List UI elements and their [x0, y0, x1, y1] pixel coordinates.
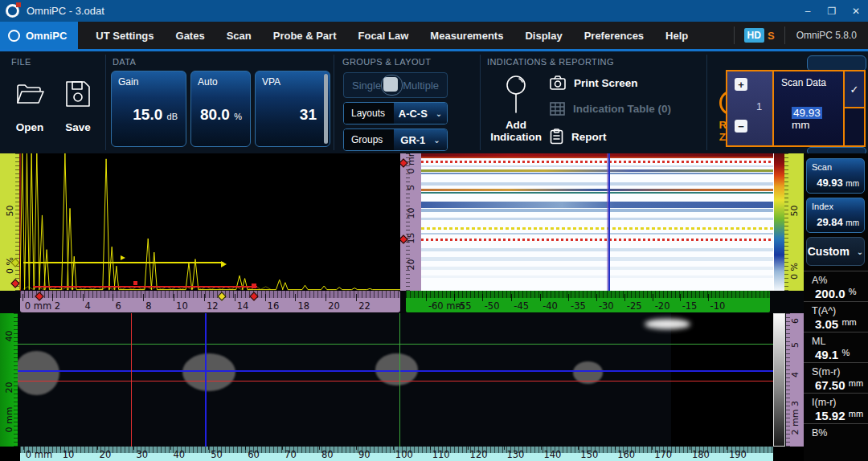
section-header-data: DATA	[113, 57, 136, 67]
layouts-select[interactable]: Layouts A-C-S⌄	[343, 102, 448, 124]
hd-badge: HD	[744, 28, 764, 43]
cscan-highlight	[645, 319, 690, 329]
index-position-card[interactable]: Index 29.84 mm	[806, 198, 865, 233]
chevron-down-icon: ⌄	[436, 109, 442, 118]
camera-icon	[550, 75, 566, 90]
minimize-button[interactable]: –	[796, 0, 820, 22]
ruler-tick-label: 20	[326, 300, 340, 312]
menu-item[interactable]: Help	[665, 30, 688, 42]
menu-item[interactable]: Gates	[176, 30, 205, 42]
measurement-reading[interactable]: S(m-r) 67.50 mm	[804, 362, 868, 393]
scan-cursor-line[interactable]	[608, 153, 610, 291]
ruler-tick-label: 150	[578, 449, 598, 460]
ruler-tick-label: 6	[790, 318, 800, 324]
ruler-tick-label: -30	[596, 300, 614, 312]
bscan-streak	[421, 161, 773, 163]
measurement-reading[interactable]: ML 49.1 %	[804, 332, 868, 362]
add-indication-button[interactable]: Add Indication	[485, 119, 547, 143]
popup-count: 1	[756, 100, 762, 112]
ruler-tick-label: -50	[482, 300, 500, 312]
ruler-tick-label: 130	[504, 449, 524, 460]
toggle-knob[interactable]	[383, 77, 398, 92]
ascan-amplitude-ruler: 500 %	[0, 153, 19, 291]
save-button[interactable]: Save	[59, 121, 96, 133]
indication-table-button[interactable]: Indication Table (0)	[550, 102, 671, 116]
popup-unit: mm	[792, 119, 810, 131]
menu-item[interactable]: Preferences	[584, 30, 644, 42]
gate-a-line[interactable]	[23, 262, 223, 263]
divider	[480, 55, 481, 150]
scan-cursor-green[interactable]	[399, 313, 400, 447]
menu-item[interactable]: Display	[525, 30, 562, 42]
print-screen-button[interactable]: Print Screen	[550, 75, 638, 90]
open-folder-icon[interactable]	[14, 80, 45, 108]
menu-item[interactable]: Scan	[227, 30, 252, 42]
measurement-reading[interactable]: I(m-r) 15.92 mm	[804, 393, 868, 423]
scan-cursor-red[interactable]	[131, 313, 132, 447]
menu-omnipc[interactable]: OmniPC	[0, 22, 78, 49]
title-bar: OmniPC - 3.odat – ❐ ✕	[0, 0, 868, 22]
vpa-card[interactable]: VPA 31	[255, 71, 330, 147]
ruler-tick-label: 6	[113, 300, 121, 312]
window-title: OmniPC - 3.odat	[27, 5, 104, 17]
bscan-streak	[421, 192, 773, 194]
gain-card[interactable]: Gain 15.0 dB	[111, 71, 186, 147]
confirm-button[interactable]: ✓	[845, 71, 864, 108]
ruler-tick-label: 22	[356, 300, 371, 312]
hidden-card-top[interactable]	[807, 55, 866, 71]
decrement-button[interactable]: −	[735, 120, 747, 133]
single-multiple-toggle[interactable]: Single Multiple	[343, 72, 448, 98]
increment-button[interactable]: +	[735, 78, 747, 91]
ruler-tick-label: 4	[83, 300, 91, 312]
scan-position-card[interactable]: Scan 49.93 mm	[806, 158, 865, 194]
measurement-reading[interactable]: B%	[804, 423, 868, 454]
bscan-h-ruler: -60 mm-55-50-45-40-35-30-25-20-15-10	[406, 291, 770, 312]
ruler-tick-label: 0 %	[789, 263, 800, 279]
measurement-reading[interactable]: T(A^) 3.05 mm	[804, 301, 868, 332]
open-button[interactable]: Open	[11, 121, 48, 133]
measurement-reading[interactable]: A% 200.0 %	[804, 271, 868, 301]
menu-item[interactable]: Measurements	[430, 30, 503, 42]
bscan-streak	[421, 169, 773, 172]
cscan-view[interactable]	[18, 313, 773, 447]
menu-item[interactable]: Probe & Part	[273, 30, 337, 42]
auto-card[interactable]: Auto 80.0 %	[190, 71, 251, 147]
scan-data-popup[interactable]: + 1 − Scan Data 49.93 mm ✓	[726, 70, 866, 147]
close-button[interactable]: ✕	[844, 0, 868, 22]
ruler-tick-label: 180	[690, 449, 710, 460]
popup-body: Scan Data 49.93 mm	[774, 71, 843, 145]
add-indication-icon[interactable]	[502, 72, 530, 117]
menu-item[interactable]: UT Settings	[96, 30, 154, 42]
menu-item[interactable]: Focal Law	[358, 30, 409, 42]
ruler-tick-label: 0 mm	[4, 407, 14, 433]
save-icon[interactable]	[64, 80, 92, 108]
report-button[interactable]: Report	[550, 129, 607, 145]
gate-b-line[interactable]	[33, 286, 258, 288]
gate-b-handle-icon[interactable]	[133, 281, 137, 285]
toggle-pill[interactable]	[381, 75, 403, 96]
ruler-tick-label: 16	[265, 300, 280, 312]
divider	[105, 55, 106, 150]
restore-button[interactable]: ❐	[820, 0, 844, 22]
readings-preset-select[interactable]: Custom ⌄	[806, 237, 865, 266]
cscan-indication-blob	[18, 351, 59, 395]
ascan-view[interactable]	[19, 153, 400, 291]
scan-data-value-input[interactable]: 49.93	[792, 107, 822, 119]
omnipc-window: OmniPC - 3.odat – ❐ ✕ OmniPC UT Settings…	[0, 0, 868, 461]
bscan-view[interactable]	[421, 153, 773, 291]
scan-cursor-blue[interactable]	[205, 313, 207, 447]
ruler-tick-label: 110	[430, 449, 450, 460]
app-version: OmniPC 5.8.0	[796, 30, 857, 41]
cscan-h-ruler: 0 mm102030405060708090100110120130140150…	[20, 447, 773, 461]
ascan-h-ruler: 0 mm246810121416182022	[20, 291, 400, 312]
section-header-indications: INDICATIONS & REPORTING	[487, 57, 614, 67]
ruler-tick-label: 50	[208, 449, 223, 460]
ruler-tick-label: 90	[356, 449, 371, 460]
ruler-tick-label: 50	[5, 205, 15, 216]
ruler-tick-label: 12	[204, 300, 219, 312]
vpa-scrollbar[interactable]	[324, 74, 328, 144]
ruler-tick-label: 2	[52, 300, 60, 312]
ruler-tick-label: 190	[727, 449, 747, 460]
gate-b-handle-icon[interactable]	[252, 284, 256, 288]
groups-select[interactable]: Groups GR-1⌄	[343, 129, 448, 151]
